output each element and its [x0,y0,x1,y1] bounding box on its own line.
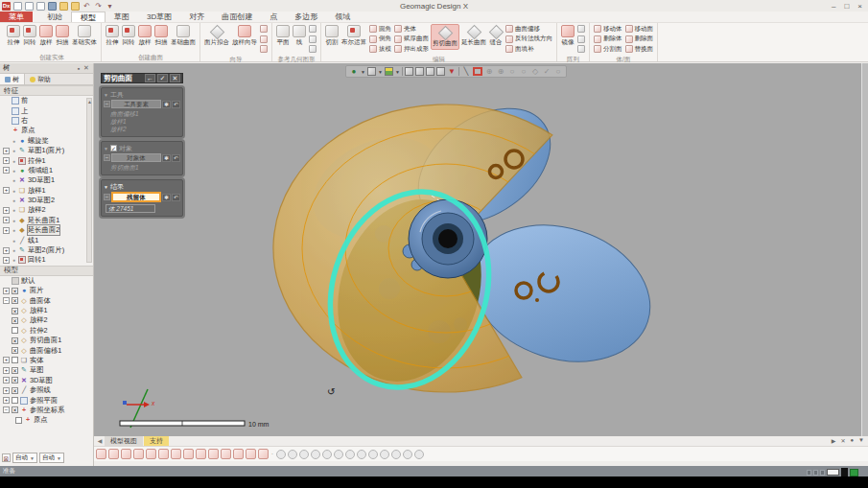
new-file-icon[interactable] [13,2,22,11]
tree-item-revolve1[interactable]: +●回转1 [0,255,93,265]
ref-coordinate-button[interactable] [308,44,317,55]
extra-select-icon[interactable]: ○ [553,67,563,77]
minimize-button[interactable]: – [832,2,835,11]
dock-view-icon-12[interactable] [403,450,412,459]
display-mode-icon[interactable] [367,67,376,76]
dock-tool-icon-10[interactable] [208,449,219,459]
model-section-header[interactable]: 模型 [0,266,93,276]
primitive-solid-button[interactable]: 基础实体 [71,24,98,48]
fit-view-icon[interactable]: ⊠ [2,453,11,462]
circular-pattern-button[interactable] [576,35,586,45]
dock-tool-icon-4[interactable] [133,449,144,459]
dock-view-icon-13[interactable] [414,450,424,459]
model-canvas[interactable]: x 10 mm ↺ [94,63,868,436]
primitive-surface-button[interactable]: 基础曲面 [170,24,197,48]
model-item-origin[interactable]: +原点 [0,415,93,425]
tab-polygon[interactable]: 多边形 [286,12,326,22]
visibility-checkbox[interactable]: ✕ [12,317,18,324]
dock-tool-icon-5[interactable] [146,449,156,459]
auto-select-2[interactable]: 自动▼ [39,453,64,463]
auto-select-1[interactable]: 自动▼ [12,453,37,463]
output-folder-icon[interactable] [59,2,68,11]
tab-help[interactable]: 帮助 [25,74,56,84]
tree-item-region-group1[interactable]: +●●领域组1 [0,166,93,175]
collapse-triangle-icon[interactable]: ▼ [104,146,108,151]
dock-record-icon[interactable]: ● [850,437,854,444]
loft-surface-button[interactable]: 放样 [137,24,152,48]
visibility-checkbox[interactable] [12,397,18,404]
wizard-extra-1-button[interactable] [259,24,269,35]
tools-options-icon[interactable]: ✱ [162,101,171,108]
model-item-surface-bodies[interactable]: −✕◇曲面体 [0,295,93,305]
tree-item-loft2[interactable]: +●❏放样2 [0,205,93,215]
dock-tool-icon-3[interactable] [121,449,131,459]
result-undo-icon[interactable]: ↶ [172,194,180,201]
fillet-button[interactable]: 圆角 [368,24,392,35]
tree-item-line1[interactable]: ●╱线1 [0,235,93,244]
draft-button[interactable]: 拔模 [368,44,392,55]
dock-tool-icon-9[interactable] [196,449,206,459]
visibility-checkbox[interactable]: ✕ [12,337,18,344]
linear-pattern-button[interactable] [576,24,586,35]
tab-point[interactable]: 点 [261,12,286,22]
wizard-extra-3-button[interactable] [259,44,269,55]
dock-view-icon-1[interactable] [276,450,286,459]
model-item-solids[interactable]: +❏实体 [0,356,93,365]
object-options-icon[interactable]: ✱ [162,154,171,162]
result-options-icon[interactable]: ✱ [162,194,171,201]
dock-view-icon-6[interactable] [334,450,343,459]
move-body-button[interactable]: 移动体 [593,24,623,35]
object-undo-icon[interactable]: ↶ [172,154,180,162]
dock-tool-icon-13[interactable] [246,449,256,459]
curve-pattern-button[interactable] [576,44,586,55]
tab-tree[interactable]: 树 [0,74,25,84]
cut-button[interactable]: 切割 [324,24,340,48]
dialog-back-button[interactable]: ← [145,74,155,82]
tools-field[interactable]: 工具要素 [111,100,161,108]
mesh-fit-button[interactable]: 面片拟合 [203,24,230,48]
restore-button[interactable]: □ [844,2,849,11]
model-item-ref-lines[interactable]: +✕╱参照线 [0,385,93,395]
tab-surface-create[interactable]: 曲面创建 [213,12,261,22]
revolve-solid-button[interactable]: 回转 [22,24,37,48]
undo-icon[interactable]: ↶ [82,2,91,11]
extrude-surface-button[interactable]: 拉伸 [105,24,120,48]
tree-item-sketch1[interactable]: +●✎草图1(面片) [0,146,93,155]
dock-tool-icon-11[interactable] [221,449,231,459]
model-item-ref-coords[interactable]: −✕+参照坐标系 [0,406,93,415]
tab-align[interactable]: 对齐 [180,12,213,22]
tab-model[interactable]: 模型 [71,12,106,22]
visibility-checkbox[interactable]: ✕ [12,377,18,383]
model-item-trim-surface1[interactable]: ✕◇剪切曲面1 [0,336,93,345]
dock-view-icon-3[interactable] [299,450,309,459]
visibility-checkbox[interactable]: ✕ [12,297,18,304]
model-item-ref-planes[interactable]: +参照平面 [0,395,93,405]
plane-view-icon[interactable] [426,67,434,76]
dock-tool-icon-6[interactable] [158,449,169,459]
visibility-checkbox[interactable]: ✕ [12,407,18,413]
tab-support[interactable]: 支持 [144,436,169,446]
sweep-solid-button[interactable]: 扫描 [55,24,70,48]
flood-select-icon[interactable]: ○ [519,67,528,77]
replace-face-button[interactable]: 替换面 [624,44,655,55]
remove-selection-icon[interactable]: − [104,194,110,200]
delete-body-button[interactable]: 删除体 [593,35,623,45]
rectangle-select-icon[interactable] [473,67,482,76]
open-file-icon[interactable] [25,2,34,11]
visibility-checkbox[interactable] [12,327,18,334]
tree-item-3dsketch1[interactable]: ●✕3D草图1 [0,175,93,185]
dock-view-icon-11[interactable] [391,450,401,459]
model-item-offset-surface1[interactable]: ✕◇曲面偏移1 [0,345,93,355]
dock-tool-icon-8[interactable] [183,449,194,459]
tree-item-origin[interactable]: +原点 [0,126,93,135]
ref-point-button[interactable] [308,24,317,35]
tab-sketch[interactable]: 草图 [106,12,138,22]
trim-surface-button[interactable]: 剪切曲面 [431,24,459,50]
tree-scrollbar[interactable]: ▲ [86,98,92,263]
result-field[interactable]: 残留体 [111,192,161,202]
tree-item-extend-surface2[interactable]: +●◆延长曲面2 [0,225,93,235]
thicken-button[interactable]: 赋厚曲面 [393,35,430,45]
reverse-normal-button[interactable]: 反转法线方向 [504,35,553,45]
dock-prev-icon[interactable]: ◀ [96,436,104,446]
model-item-default[interactable]: 默认 [0,276,93,286]
